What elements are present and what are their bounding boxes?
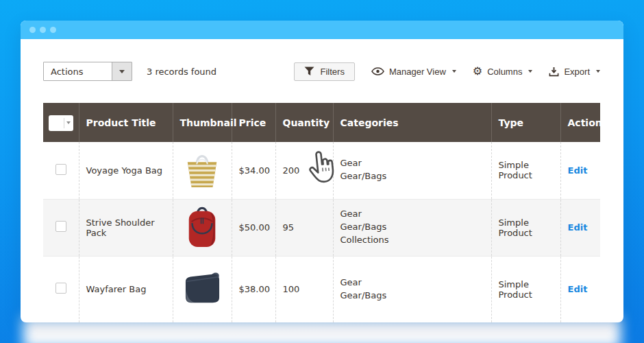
red-backpack-image [184,204,221,250]
filters-button[interactable]: Filters [294,62,355,81]
window-dot-icon [40,27,46,33]
tan-striped-tote-bag-image [182,149,222,192]
cell-type: Simple Product [491,256,560,322]
dark-navy-messenger-bag-image [182,270,223,308]
cell-price: $38.00 [232,256,275,322]
caret-down-icon [528,70,532,73]
toolbar-right-group: Filters Manager View ⚙ Columns [294,62,600,81]
cell-thumbnail [173,142,232,199]
edit-link[interactable]: Edit [568,284,588,294]
cell-quantity: 95 [275,199,333,256]
actions-dropdown-label: Actions [44,62,112,80]
filters-button-label: Filters [321,67,345,77]
row-checkbox[interactable] [55,221,66,232]
column-header-price[interactable]: Price [232,103,275,142]
cell-product-title: Voyage Yoga Bag [79,142,173,199]
cell-product-title: Strive Shoulder Pack [79,199,173,256]
grid-toolbar: Actions 3 records found Filters [43,62,600,81]
row-checkbox[interactable] [55,283,66,294]
cell-categories: Gear Gear/Bags [333,142,491,199]
eye-icon [371,67,384,75]
category-line: Gear [340,157,486,170]
cell-type: Simple Product [491,142,560,199]
column-header-quantity[interactable]: Quantity [275,103,333,142]
select-all-header [43,103,79,142]
column-header-type[interactable]: Type [491,103,560,142]
cell-thumbnail [173,199,232,256]
column-header-action: Action [560,103,600,142]
category-line: Gear/Bags [340,221,486,234]
cell-product-title: Wayfarer Bag [79,256,173,322]
category-line: Gear/Bags [340,170,486,183]
cell-price: $34.00 [232,142,275,199]
filter-funnel-icon [304,67,314,76]
manager-view-label: Manager View [389,67,446,77]
caret-down-icon [596,70,600,73]
export-button[interactable]: Export [549,67,600,77]
product-grid-table: Product Title Thumbnail Price Quantity C… [43,103,600,322]
category-line: Collections [340,234,486,247]
records-count-text: 3 records found [147,67,216,77]
caret-down-icon [119,70,125,73]
window-dot-icon [29,27,36,33]
table-header-row: Product Title Thumbnail Price Quantity C… [43,103,600,142]
download-icon [549,67,559,77]
column-header-thumbnail[interactable]: Thumbnail [173,103,232,142]
edit-link[interactable]: Edit [568,222,588,233]
gear-icon: ⚙ [473,66,482,77]
column-header-categories[interactable]: Categories [333,103,491,142]
actions-dropdown[interactable]: Actions [43,62,132,81]
hand-pointer-cursor [304,149,336,187]
select-all-dropdown[interactable] [49,115,73,131]
window-dot-icon [50,27,56,33]
caret-down-icon [66,121,71,124]
actions-caret-box [112,62,132,80]
category-line: Gear [340,208,486,221]
manager-view-button[interactable]: Manager View [371,67,456,77]
cell-price: $50.00 [232,199,275,256]
select-all-caret-box [64,118,73,128]
category-line: Gear [340,276,486,289]
category-line: Gear/Bags [340,289,486,303]
row-checkbox[interactable] [55,164,66,175]
edit-link[interactable]: Edit [568,165,588,176]
cell-categories: Gear Gear/Bags [333,256,491,322]
cell-type: Simple Product [491,199,560,256]
export-button-label: Export [564,67,590,77]
columns-button-label: Columns [487,67,522,77]
cell-thumbnail [173,256,232,322]
cell-categories: Gear Gear/Bags Collections [333,199,491,256]
table-row: Strive Shoulder Pack $50.00 [43,199,600,256]
column-header-product-title[interactable]: Product Title [79,103,173,142]
table-row: Wayfarer Bag $38.00 100 Gear [43,256,600,322]
cell-quantity: 100 [275,256,333,322]
caret-down-icon [452,70,456,73]
columns-button[interactable]: ⚙ Columns [473,66,533,77]
window-titlebar [21,21,623,39]
